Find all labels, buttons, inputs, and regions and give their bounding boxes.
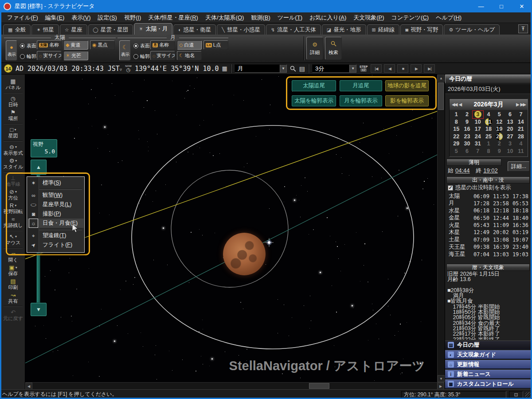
- now-clock-icon[interactable]: NOW◷: [125, 65, 132, 72]
- menu-表示[interactable]: 表示(V): [68, 14, 94, 22]
- menu-視野[interactable]: 視野(I): [121, 14, 145, 22]
- tab-全般[interactable]: ▦全般: [3, 24, 31, 35]
- panel-nav-更新情報[interactable]: ⌂更新情報: [445, 360, 531, 369]
- calendar-day-31[interactable]: 31: [473, 140, 483, 148]
- datetime-display[interactable]: AD 2026/03/03 20:33:43 JST▽: [16, 65, 122, 73]
- vertical-scrollbar[interactable]: ▲ ▼: [437, 74, 444, 382]
- calendar-day-8[interactable]: 8: [483, 148, 494, 155]
- tracking-月追尾[interactable]: 月追尾: [340, 80, 382, 91]
- search-button[interactable]: 検索: [325, 37, 342, 60]
- button-白道[interactable]: ◇白道: [177, 40, 202, 50]
- calendar-day-3[interactable]: 3: [473, 111, 483, 118]
- style-menu-item-星座早見[interactable]: ◯星座早見(L): [27, 200, 84, 209]
- style-menu-item-標準[interactable]: ✶標準(S): [27, 178, 84, 188]
- calendar-day-21[interactable]: 21: [516, 125, 526, 133]
- menu-ツール[interactable]: ツール(T): [274, 14, 306, 22]
- twilight-end-link[interactable]: 19:02: [483, 167, 498, 174]
- location-display[interactable]: 139°44'E 35°39'N 10.0: [135, 65, 219, 73]
- calendar-day-4[interactable]: 4: [516, 140, 526, 148]
- tracking-太陽を輪郭表示[interactable]: 太陽を輪郭表示: [292, 95, 336, 106]
- tracking-太陽追尾[interactable]: 太陽追尾: [292, 80, 336, 91]
- radio-輪郭[interactable]: 輪郭: [20, 53, 36, 60]
- tab-星雲・星団[interactable]: ◯星雲・星団: [88, 24, 133, 35]
- calendar-day-15[interactable]: 15: [451, 125, 462, 133]
- button-実サイズ[interactable]: ◌実サイズ: [37, 51, 62, 60]
- show-planet-times-checkbox[interactable]: ✓ 惑星の出没時刻を表示: [448, 184, 511, 192]
- sidebar-item-場所[interactable]: ⚑場所: [1, 108, 25, 122]
- prev-year-button[interactable]: ◀◀: [452, 102, 457, 107]
- calendar-day-25[interactable]: 25: [483, 133, 494, 141]
- button-実サイズ[interactable]: ◌実サイズ: [150, 51, 175, 60]
- tracking-地球の影を追尾[interactable]: 地球の影を追尾: [385, 80, 429, 91]
- next-year-button[interactable]: ▶▶: [520, 102, 525, 107]
- style-menu-item-観望[interactable]: ∞観望(W): [27, 191, 84, 200]
- menu-観測[interactable]: 観測(B): [247, 14, 274, 22]
- calendar-day-12[interactable]: 12: [494, 118, 505, 126]
- calendar-day-10[interactable]: 10: [473, 118, 483, 126]
- next-month-button[interactable]: ▶: [516, 102, 519, 107]
- maximize-button[interactable]: □: [491, 0, 512, 12]
- calendar-day-27[interactable]: 27: [505, 133, 515, 141]
- panel-nav-カスタムコントロール[interactable]: ▦カスタムコントロール: [445, 379, 531, 388]
- menu-天体/恒星・星座[interactable]: 天体/恒星・星座(R): [145, 14, 202, 22]
- vscroll-thumb[interactable]: [438, 82, 444, 110]
- calendar-day-2[interactable]: 2: [462, 111, 472, 118]
- calendar-day-1[interactable]: 1: [451, 111, 462, 118]
- sidebar-item-スタイル[interactable]: ⚙▾スタイル: [1, 156, 25, 170]
- horizontal-scrollbar[interactable]: ◀ ▶: [25, 382, 444, 389]
- search-target-icon[interactable]: [290, 66, 296, 72]
- keyboard-icon[interactable]: ▦: [222, 65, 227, 72]
- calendar-day-28[interactable]: 28: [516, 133, 526, 141]
- fov-button[interactable]: 視野 5.0: [31, 139, 57, 157]
- panel-nav-今日の暦[interactable]: ▤今日の暦: [445, 340, 531, 349]
- scroll-down-arrow[interactable]: ▼: [438, 375, 445, 382]
- menu-お気に入り[interactable]: お気に入り(A): [306, 14, 350, 22]
- calendar-day-16[interactable]: 16: [462, 125, 472, 133]
- tracking-影を輪郭表示[interactable]: 影を輪郭表示: [385, 95, 429, 106]
- hscroll-thumb[interactable]: [309, 383, 329, 389]
- tab-彗星・小惑星[interactable]: ╲彗星・小惑星: [217, 24, 265, 35]
- scroll-left-arrow[interactable]: ◀: [25, 383, 32, 390]
- tab-流星・人工天体[interactable]: ↯流星・人工天体: [266, 24, 321, 35]
- calendar-day-24[interactable]: 24: [473, 133, 483, 141]
- sidebar-item-日時[interactable]: ◷日時: [1, 94, 25, 108]
- calendar-day-7[interactable]: 7: [516, 111, 526, 118]
- menu-ファイル[interactable]: ファイル(F): [4, 14, 42, 22]
- radio-表面[interactable]: 表面: [133, 43, 150, 49]
- tab-ツール・ヘルプ[interactable]: ⚙ツール・ヘルプ: [444, 24, 500, 35]
- calendar-day-4[interactable]: 4: [483, 111, 494, 118]
- scroll-up-arrow[interactable]: ▲: [438, 74, 445, 82]
- sidebar-item-星図[interactable]: □▾星図: [1, 125, 25, 139]
- detail-button[interactable]: ⚙ 詳細: [306, 37, 323, 60]
- calendar-day-23[interactable]: 23: [462, 133, 472, 141]
- sidebar-item-パネル[interactable]: ▦パネル: [1, 77, 25, 91]
- menu-天文現象[interactable]: 天文現象(P): [350, 14, 387, 22]
- calendar-day-18[interactable]: 18: [483, 125, 494, 133]
- sidebar-item-光跡残し[interactable]: ≈光跡残し: [1, 215, 25, 229]
- calendar-day-13[interactable]: 13: [505, 118, 515, 126]
- calendar-day-2[interactable]: 2: [494, 140, 505, 148]
- sidebar-item-方位[interactable]: ⊘▾方位: [1, 188, 25, 201]
- calendar-day-1[interactable]: 1: [483, 140, 494, 148]
- 太陽-display-button[interactable]: ●表示: [6, 40, 17, 61]
- twilight-begin-link[interactable]: 04:44: [455, 167, 470, 174]
- panel-nav-新着ニュース[interactable]: i新着ニュース: [445, 370, 531, 379]
- sidebar-item-表示形式[interactable]: ⊖▾表示形式: [1, 143, 25, 156]
- tab-昼光・地形[interactable]: ◪昼光・地形: [322, 24, 366, 35]
- calendar-day-8[interactable]: 8: [451, 118, 462, 126]
- sidebar-item-視野回転[interactable]: R▾視野回転: [1, 201, 25, 215]
- calendar-day-17[interactable]: 17: [473, 125, 483, 133]
- scroll-right-arrow[interactable]: ▶: [437, 383, 444, 390]
- menu-設定[interactable]: 設定(S): [94, 14, 121, 22]
- step-back-button[interactable]: ◀: [384, 64, 395, 73]
- calendar-day-6[interactable]: 6: [462, 148, 472, 155]
- menu-天体/太陽系[interactable]: 天体/太陽系(O): [202, 14, 247, 22]
- style-menu-item-撮影[interactable]: ◙撮影(P): [27, 209, 84, 219]
- tab-恒星[interactable]: ✶恒星: [31, 24, 59, 35]
- calendar-day-9[interactable]: 9: [494, 148, 505, 155]
- sidebar-item-開く[interactable]: ▱開く: [1, 250, 25, 263]
- calendar-day-30[interactable]: 30: [462, 140, 472, 148]
- radio-輪郭[interactable]: 輪郭: [133, 53, 150, 60]
- menu-編集[interactable]: 編集(E): [42, 14, 68, 22]
- sidebar-item-保存[interactable]: ▣▾保存: [1, 263, 25, 277]
